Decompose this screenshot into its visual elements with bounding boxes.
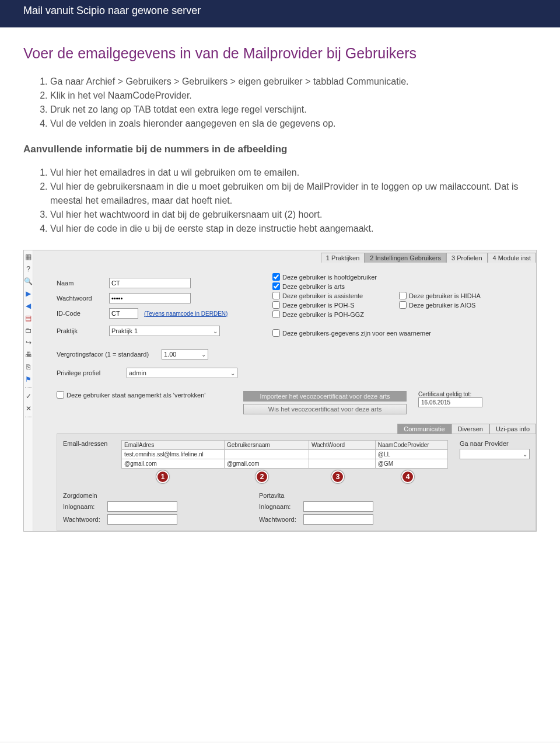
- table-row: test.omnihis.ssl@lms.lifeline.nl @LL: [122, 450, 448, 459]
- left-toolbar: ▦ ? 🔍 ▶ ◀ ▤ 🗀 ↪ 🖶 ⎘ ⚑ ✓ ✕: [24, 250, 33, 531]
- page-footer: Mail vanuit Scipio naar gewone server Pa…: [0, 742, 560, 747]
- help-icon[interactable]: ?: [26, 265, 30, 273]
- doc-icon[interactable]: ▤: [25, 314, 32, 322]
- btn-import-cert[interactable]: Importeer het vecozocertificaat voor dez…: [243, 391, 407, 402]
- cert-date: 16.08.2015: [418, 397, 482, 407]
- btn-wis-cert[interactable]: Wis het vecozocertificaat voor deze arts: [243, 404, 407, 414]
- label-idcode: ID-Code: [57, 310, 109, 317]
- flag-icon[interactable]: ⚑: [25, 375, 32, 383]
- badge-3: 3: [331, 470, 344, 483]
- select-praktijk[interactable]: Praktijk 1: [109, 326, 220, 336]
- tab-module[interactable]: 4 Module inst: [488, 253, 536, 263]
- sub-tabs: Communicatie Diversen Uzi-pas info: [57, 424, 536, 434]
- th-wachtwoord: WachtWoord: [309, 441, 375, 450]
- steps-list: Ga naar Archief > Gebruikers > Gebruiker…: [50, 75, 537, 131]
- content-area: Voer de emailgegevens in van de Mailprov…: [0, 27, 560, 532]
- table-row: @gmail.com @gmail.com @GM: [122, 459, 448, 469]
- grid-icon[interactable]: ▦: [25, 253, 32, 261]
- doc-title: Mail vanuit Scipio naar gewone server: [23, 5, 201, 16]
- label-vergroting: Vergrotingsfacor (1 = standaard): [57, 351, 162, 358]
- prev-icon[interactable]: ◀: [26, 302, 31, 310]
- input-naam[interactable]: [109, 278, 191, 288]
- label-wachtw2: Wachtwoord:: [259, 516, 300, 523]
- badge-4: 4: [401, 470, 414, 483]
- label-wachtwoord: Wachtwoord: [57, 295, 109, 302]
- select-privilege[interactable]: admin: [127, 368, 237, 378]
- tab-praktijken[interactable]: 1 Praktijken: [321, 253, 365, 263]
- note-item: Vul hier de gebruikersnaam in die u moet…: [50, 180, 537, 208]
- tab-instellingen[interactable]: 2 Instellingen Gebruikers: [365, 253, 446, 263]
- top-tabs: 1 Praktijken 2 Instellingen Gebruikers 3…: [57, 253, 536, 263]
- label-praktijk: Praktijk: [57, 327, 109, 334]
- badge-2: 2: [256, 470, 268, 483]
- tab-profielen[interactable]: 3 Profielen: [446, 253, 488, 263]
- doc-header: Mail vanuit Scipio naar gewone server: [0, 0, 560, 27]
- note-item: Vul hier het emailadres in dat u wil geb…: [50, 166, 537, 180]
- chk-aios[interactable]: [399, 301, 407, 309]
- label-inlognaam2: Inlognaam:: [259, 503, 300, 510]
- input-pv-inlognaam[interactable]: [303, 501, 373, 512]
- label-zorgdomein: Zorgdomein: [63, 492, 177, 499]
- input-pv-wachtw[interactable]: [303, 514, 373, 525]
- tab-communicatie[interactable]: Communicatie: [397, 424, 451, 434]
- tab-diversen[interactable]: Diversen: [452, 424, 489, 434]
- label-cert: Certificaat geldig tot:: [418, 391, 482, 397]
- chk-pohggz[interactable]: [272, 310, 280, 318]
- label-wachtw: Wachtwoord:: [63, 516, 104, 523]
- label-privilege: Privilege profiel: [57, 369, 127, 376]
- export-icon[interactable]: ↪: [26, 338, 32, 347]
- chk-arts[interactable]: [272, 282, 280, 290]
- label-emailadressen: Email-adressen: [63, 440, 110, 447]
- label-naam: Naam: [57, 280, 109, 287]
- chk-hidha[interactable]: [399, 292, 407, 299]
- email-table[interactable]: EmailAdres Gebruikersnaam WachtWoord Naa…: [121, 440, 448, 469]
- step-item: Klik in het vel NaamCodeProvider.: [50, 89, 537, 103]
- communicatie-panel: Email-adressen EmailAdres Gebruikersnaam…: [57, 434, 536, 531]
- next-icon[interactable]: ▶: [26, 289, 31, 298]
- separator: [25, 388, 32, 388]
- app-screenshot: ▦ ? 🔍 ▶ ◀ ▤ 🗀 ↪ 🖶 ⎘ ⚑ ✓ ✕ 1 Praktijken 2…: [23, 250, 537, 532]
- note-item: Vul hier de code in die u bij de eerste …: [50, 222, 537, 236]
- subheading: Aanvullende informatie bij de nummers in…: [23, 144, 537, 155]
- input-wachtwoord[interactable]: [109, 293, 191, 303]
- input-zd-wachtw[interactable]: [107, 514, 177, 525]
- separator: [25, 417, 32, 417]
- chk-hoofd[interactable]: [272, 273, 280, 281]
- chk-waarnemer[interactable]: [272, 329, 280, 337]
- folder-icon[interactable]: 🗀: [25, 326, 32, 334]
- print-icon[interactable]: 🖶: [25, 351, 32, 359]
- step-item: Vul de velden in zoals hieronder aangege…: [50, 117, 537, 131]
- label-inlognaam: Inlognaam:: [63, 503, 104, 510]
- note-item: Vul hier het wachtwoord in dat bij de ge…: [50, 208, 537, 222]
- select-provider[interactable]: [460, 449, 530, 459]
- chk-assist[interactable]: [272, 292, 280, 299]
- tab-uzipas[interactable]: Uzi-pas info: [489, 424, 536, 434]
- notes-list: Vul hier het emailadres in dat u wil geb…: [50, 166, 537, 236]
- th-emailadres: EmailAdres: [122, 441, 225, 450]
- link-derden[interactable]: (Tevens naamcode in DERDEN): [144, 310, 228, 317]
- badge-1: 1: [156, 470, 169, 483]
- label-portavita: Portavita: [259, 492, 373, 499]
- label-ga-naar: Ga naar Provider: [460, 440, 530, 447]
- main-panel: 1 Praktijken 2 Instellingen Gebruikers 3…: [33, 250, 542, 531]
- step-item: Ga naar Archief > Gebruikers > Gebruiker…: [50, 75, 537, 89]
- section-title: Voer de emailgegevens in van de Mailprov…: [23, 45, 537, 62]
- chk-pohs[interactable]: [272, 301, 280, 309]
- th-gebruikersnaam: Gebruikersnaam: [224, 441, 309, 450]
- check-icon[interactable]: ✓: [26, 392, 32, 400]
- input-idcode[interactable]: [109, 308, 138, 319]
- close-icon[interactable]: ✕: [26, 404, 32, 413]
- search-icon[interactable]: 🔍: [24, 277, 33, 285]
- chk-vertrokken[interactable]: [57, 391, 64, 399]
- step-item: Druk net zo lang op TAB totdat een extra…: [50, 103, 537, 117]
- th-naamcode: NaamCodeProvider: [375, 441, 447, 450]
- exit-icon[interactable]: ⎘: [26, 363, 30, 371]
- input-zd-inlognaam[interactable]: [107, 501, 177, 512]
- select-vergroting[interactable]: 1.00: [162, 349, 208, 359]
